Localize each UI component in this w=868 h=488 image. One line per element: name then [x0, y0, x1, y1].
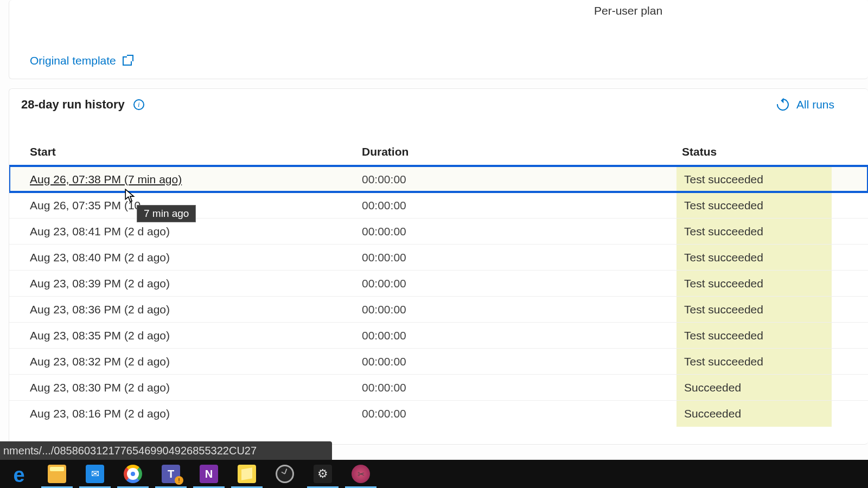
run-start-cell[interactable]: Aug 23, 08:36 PM (2 d ago)	[9, 303, 356, 316]
run-history-card: 28-day run history i All runs Start Dura…	[9, 88, 868, 445]
run-duration-cell: 00:00:00	[356, 251, 676, 264]
top-info-card: Per-user plan Original template	[9, 0, 868, 79]
taskbar-clock-icon[interactable]	[266, 460, 304, 488]
info-icon[interactable]: i	[133, 99, 144, 110]
run-status-cell: Succeeded	[676, 375, 868, 401]
status-badge: Test succeeded	[676, 349, 832, 375]
run-start-link[interactable]: Aug 23, 08:36 PM (2 d ago)	[30, 303, 170, 316]
taskbar-edge-icon[interactable]: e	[0, 460, 38, 488]
run-status-cell: Test succeeded	[676, 219, 868, 245]
original-template-link[interactable]: Original template	[30, 54, 132, 67]
status-badge: Test succeeded	[676, 192, 832, 219]
all-runs-label: All runs	[796, 98, 834, 111]
run-start-link[interactable]: Aug 26, 07:35 PM (10	[30, 199, 141, 211]
plan-label: Per-user plan	[594, 4, 662, 17]
taskbar-onenote-icon[interactable]	[190, 460, 228, 488]
table-row[interactable]: Aug 23, 08:32 PM (2 d ago)00:00:00Test s…	[9, 348, 868, 374]
status-badge: Succeeded	[676, 401, 832, 427]
run-duration-cell: 00:00:00	[356, 303, 676, 316]
run-status-cell: Test succeeded	[676, 323, 868, 349]
run-duration-cell: 00:00:00	[356, 277, 676, 290]
run-duration-cell: 00:00:00	[356, 355, 676, 368]
run-start-cell[interactable]: Aug 23, 08:40 PM (2 d ago)	[9, 251, 356, 264]
run-start-cell[interactable]: Aug 23, 08:16 PM (2 d ago)	[9, 407, 356, 420]
table-row[interactable]: Aug 23, 08:16 PM (2 d ago)00:00:00Succee…	[9, 400, 868, 426]
table-row[interactable]: Aug 23, 08:35 PM (2 d ago)00:00:00Test s…	[9, 322, 868, 348]
run-status-cell: Succeeded	[676, 401, 868, 427]
run-duration-cell: 00:00:00	[356, 225, 676, 238]
run-start-link[interactable]: Aug 23, 08:32 PM (2 d ago)	[30, 355, 170, 368]
run-start-cell[interactable]: Aug 23, 08:41 PM (2 d ago)	[9, 225, 356, 238]
run-start-cell[interactable]: Aug 23, 08:39 PM (2 d ago)	[9, 277, 356, 290]
external-link-icon	[123, 56, 132, 66]
column-header-start[interactable]: Start	[9, 145, 356, 158]
run-history-table: Start Duration Status Aug 26, 07:38 PM (…	[9, 119, 868, 426]
run-start-link[interactable]: Aug 23, 08:41 PM (2 d ago)	[30, 225, 170, 237]
status-badge: Succeeded	[676, 375, 832, 401]
run-start-cell[interactable]: Aug 26, 07:38 PM (7 min ago)	[9, 173, 356, 186]
original-template-text: Original template	[30, 54, 116, 67]
table-header-row: Start Duration Status	[9, 119, 868, 166]
run-start-link[interactable]: Aug 23, 08:16 PM (2 d ago)	[30, 407, 170, 420]
refresh-icon	[774, 97, 791, 113]
taskbar-settings-icon[interactable]	[304, 460, 342, 488]
status-badge: Test succeeded	[676, 166, 832, 192]
table-row[interactable]: Aug 23, 08:30 PM (2 d ago)00:00:00Succee…	[9, 374, 868, 400]
status-badge: Test succeeded	[676, 245, 832, 271]
run-duration-cell: 00:00:00	[356, 173, 676, 186]
run-start-link[interactable]: Aug 23, 08:40 PM (2 d ago)	[30, 251, 170, 264]
status-badge: Test succeeded	[676, 323, 832, 349]
status-badge: Test succeeded	[676, 271, 832, 297]
taskbar-chrome-icon[interactable]	[114, 460, 152, 488]
run-duration-cell: 00:00:00	[356, 199, 676, 212]
run-start-cell[interactable]: Aug 23, 08:30 PM (2 d ago)	[9, 381, 356, 394]
browser-status-bar: nments/.../08586031217765469904926855322…	[0, 441, 332, 460]
taskbar-sticky-notes-icon[interactable]	[228, 460, 266, 488]
run-status-cell: Test succeeded	[676, 349, 868, 375]
run-duration-cell: 00:00:00	[356, 407, 676, 420]
run-start-cell[interactable]: Aug 23, 08:32 PM (2 d ago)	[9, 355, 356, 368]
table-row[interactable]: Aug 26, 07:38 PM (7 min ago)00:00:00Test…	[9, 166, 868, 192]
column-header-duration[interactable]: Duration	[356, 145, 676, 158]
run-status-cell: Test succeeded	[676, 297, 868, 323]
run-status-cell: Test succeeded	[676, 166, 868, 192]
run-duration-cell: 00:00:00	[356, 381, 676, 394]
windows-taskbar: e !	[0, 460, 868, 488]
taskbar-teams-icon[interactable]: !	[152, 460, 190, 488]
taskbar-snip-icon[interactable]	[342, 460, 380, 488]
run-start-cell[interactable]: Aug 23, 08:35 PM (2 d ago)	[9, 329, 356, 342]
run-start-link[interactable]: Aug 23, 08:30 PM (2 d ago)	[30, 381, 170, 394]
table-row[interactable]: Aug 23, 08:40 PM (2 d ago)00:00:00Test s…	[9, 244, 868, 270]
run-status-cell: Test succeeded	[676, 271, 868, 297]
table-row[interactable]: Aug 23, 08:36 PM (2 d ago)00:00:00Test s…	[9, 296, 868, 322]
table-row[interactable]: Aug 23, 08:39 PM (2 d ago)00:00:00Test s…	[9, 270, 868, 296]
run-status-cell: Test succeeded	[676, 192, 868, 219]
run-history-title: 28-day run history	[21, 98, 125, 112]
run-duration-cell: 00:00:00	[356, 329, 676, 342]
run-start-link[interactable]: Aug 26, 07:38 PM (7 min ago)	[30, 173, 182, 185]
column-header-status[interactable]: Status	[676, 145, 868, 158]
run-history-header: 28-day run history i All runs	[9, 89, 868, 119]
status-badge: Test succeeded	[676, 219, 832, 245]
taskbar-file-explorer-icon[interactable]	[38, 460, 76, 488]
all-runs-button[interactable]: All runs	[777, 98, 856, 111]
status-badge: Test succeeded	[676, 297, 832, 323]
run-start-link[interactable]: Aug 23, 08:39 PM (2 d ago)	[30, 277, 170, 290]
run-status-cell: Test succeeded	[676, 245, 868, 271]
hover-tooltip: 7 min ago	[137, 205, 196, 222]
taskbar-mail-icon[interactable]	[76, 460, 114, 488]
run-start-link[interactable]: Aug 23, 08:35 PM (2 d ago)	[30, 329, 170, 342]
